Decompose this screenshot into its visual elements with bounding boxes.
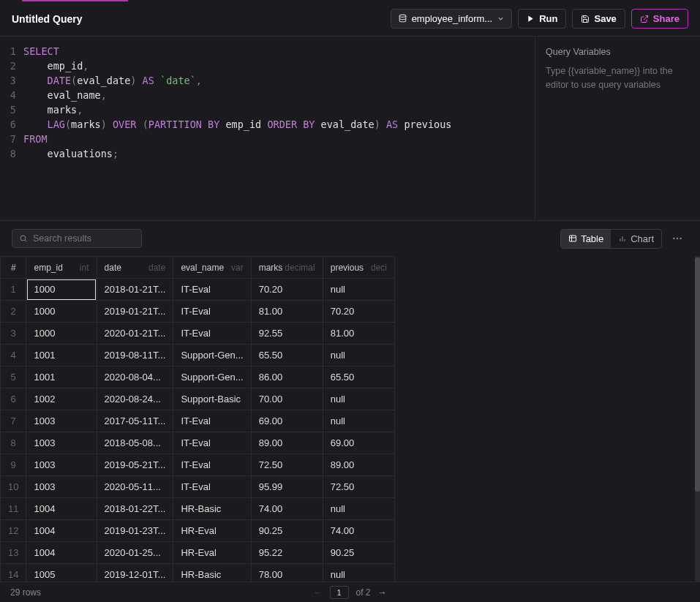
- table-cell[interactable]: 1004: [26, 542, 97, 564]
- search-results-input[interactable]: [33, 233, 135, 244]
- table-cell[interactable]: HR-Basic: [173, 564, 251, 582]
- table-cell[interactable]: 72.50: [323, 476, 394, 498]
- more-options-button[interactable]: [666, 229, 688, 248]
- table-cell[interactable]: 12: [1, 520, 26, 542]
- table-cell[interactable]: 81.00: [251, 301, 323, 323]
- table-row[interactable]: 710032017-05-11T...IT-Eval69.00null: [1, 410, 395, 432]
- table-row[interactable]: 1310042020-01-25...HR-Eval95.2290.25: [1, 542, 395, 564]
- table-row[interactable]: 210002019-01-21T...IT-Eval81.0070.20: [1, 301, 395, 323]
- database-selector[interactable]: employee_inform...: [391, 9, 513, 29]
- table-cell[interactable]: 2018-01-21T...: [97, 279, 173, 301]
- table-cell[interactable]: IT-Eval: [173, 410, 251, 432]
- table-cell[interactable]: 1001: [26, 366, 97, 388]
- table-cell[interactable]: 2020-01-21T...: [97, 323, 173, 345]
- table-cell[interactable]: 89.00: [251, 432, 323, 454]
- table-cell[interactable]: 95.22: [251, 542, 323, 564]
- table-row[interactable]: 510012020-08-04...Support-Gen...86.0065.…: [1, 366, 395, 388]
- table-cell[interactable]: 1004: [26, 520, 97, 542]
- table-cell[interactable]: 2020-08-04...: [97, 366, 173, 388]
- table-cell[interactable]: 70.00: [251, 388, 323, 410]
- query-title[interactable]: Untitled Query: [12, 13, 82, 25]
- table-row[interactable]: 410012019-08-11T...Support-Gen...65.50nu…: [1, 345, 395, 366]
- table-cell[interactable]: 74.00: [323, 520, 394, 542]
- table-cell[interactable]: 13: [1, 542, 26, 564]
- table-cell[interactable]: 2019-12-01T...: [97, 564, 173, 582]
- save-button[interactable]: Save: [572, 9, 625, 29]
- table-cell[interactable]: 65.50: [323, 366, 394, 388]
- table-cell[interactable]: 1: [1, 279, 26, 301]
- table-cell[interactable]: 90.25: [251, 520, 323, 542]
- table-cell[interactable]: 1003: [26, 410, 97, 432]
- table-cell[interactable]: 2018-05-08...: [97, 432, 173, 454]
- table-cell[interactable]: Support-Gen...: [173, 366, 251, 388]
- table-row[interactable]: 310002020-01-21T...IT-Eval92.5581.00: [1, 323, 395, 345]
- table-cell[interactable]: IT-Eval: [173, 454, 251, 476]
- table-cell[interactable]: 1000: [26, 279, 97, 301]
- table-cell[interactable]: null: [323, 345, 394, 366]
- column-header[interactable]: previousdeci: [323, 257, 394, 279]
- table-row[interactable]: 1010032020-05-11...IT-Eval95.9972.50: [1, 476, 395, 498]
- table-cell[interactable]: 11: [1, 498, 26, 520]
- column-header[interactable]: emp_idint: [26, 257, 97, 279]
- table-cell[interactable]: IT-Eval: [173, 323, 251, 345]
- table-cell[interactable]: 78.00: [251, 564, 323, 582]
- table-cell[interactable]: 2019-01-21T...: [97, 301, 173, 323]
- table-cell[interactable]: 65.50: [251, 345, 323, 366]
- page-input[interactable]: [329, 586, 348, 599]
- table-row[interactable]: 110002018-01-21T...IT-Eval70.20null: [1, 279, 395, 301]
- table-cell[interactable]: 74.00: [251, 498, 323, 520]
- table-cell[interactable]: 3: [1, 323, 26, 345]
- column-header[interactable]: #: [1, 257, 26, 279]
- table-cell[interactable]: IT-Eval: [173, 476, 251, 498]
- table-cell[interactable]: 1005: [26, 564, 97, 582]
- table-cell[interactable]: 92.55: [251, 323, 323, 345]
- table-row[interactable]: 910032019-05-21T...IT-Eval72.5089.00: [1, 454, 395, 476]
- table-cell[interactable]: 2019-05-21T...: [97, 454, 173, 476]
- table-row[interactable]: 810032018-05-08...IT-Eval89.0069.00: [1, 432, 395, 454]
- chart-view-button[interactable]: Chart: [611, 230, 661, 248]
- table-cell[interactable]: 2019-01-23T...: [97, 520, 173, 542]
- table-cell[interactable]: 9: [1, 454, 26, 476]
- sql-editor[interactable]: 12345678 SELECT emp_id, DATE(eval_date) …: [0, 37, 535, 220]
- table-cell[interactable]: 2020-01-25...: [97, 542, 173, 564]
- table-cell[interactable]: null: [323, 388, 394, 410]
- table-cell[interactable]: 89.00: [323, 454, 394, 476]
- table-row[interactable]: 610022020-08-24...Support-Basic70.00null: [1, 388, 395, 410]
- table-cell[interactable]: 4: [1, 345, 26, 366]
- table-cell[interactable]: 14: [1, 564, 26, 582]
- column-header[interactable]: marksdecimal: [251, 257, 323, 279]
- table-cell[interactable]: 10: [1, 476, 26, 498]
- table-cell[interactable]: IT-Eval: [173, 301, 251, 323]
- table-cell[interactable]: 1004: [26, 498, 97, 520]
- table-cell[interactable]: Support-Basic: [173, 388, 251, 410]
- table-cell[interactable]: 8: [1, 432, 26, 454]
- table-cell[interactable]: 2: [1, 301, 26, 323]
- table-cell[interactable]: 2019-08-11T...: [97, 345, 173, 366]
- table-cell[interactable]: 1003: [26, 454, 97, 476]
- next-page-button[interactable]: →: [378, 587, 387, 598]
- table-cell[interactable]: 72.50: [251, 454, 323, 476]
- table-cell[interactable]: IT-Eval: [173, 279, 251, 301]
- table-view-button[interactable]: Table: [561, 230, 611, 248]
- table-cell[interactable]: HR-Basic: [173, 498, 251, 520]
- table-cell[interactable]: 2017-05-11T...: [97, 410, 173, 432]
- table-cell[interactable]: 1000: [26, 323, 97, 345]
- table-cell[interactable]: null: [323, 498, 394, 520]
- table-cell[interactable]: 1003: [26, 476, 97, 498]
- table-cell[interactable]: 95.99: [251, 476, 323, 498]
- table-cell[interactable]: IT-Eval: [173, 432, 251, 454]
- column-header[interactable]: datedate: [97, 257, 173, 279]
- table-cell[interactable]: 69.00: [323, 432, 394, 454]
- table-cell[interactable]: null: [323, 564, 394, 582]
- table-cell[interactable]: null: [323, 410, 394, 432]
- scrollbar-thumb[interactable]: [695, 257, 700, 492]
- table-cell[interactable]: 7: [1, 410, 26, 432]
- table-cell[interactable]: 69.00: [251, 410, 323, 432]
- column-header[interactable]: eval_namevar: [173, 257, 251, 279]
- prev-page-button[interactable]: ←: [313, 587, 322, 598]
- table-cell[interactable]: null: [323, 279, 394, 301]
- table-cell[interactable]: 6: [1, 388, 26, 410]
- search-results-wrap[interactable]: [12, 229, 142, 248]
- table-cell[interactable]: Support-Gen...: [173, 345, 251, 366]
- code-area[interactable]: SELECT emp_id, DATE(eval_date) AS `date`…: [23, 44, 535, 220]
